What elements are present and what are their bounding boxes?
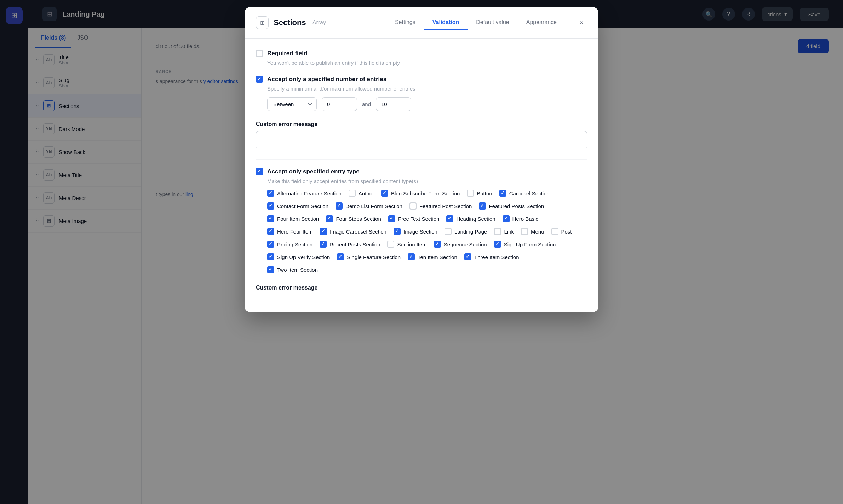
range-type-select[interactable]: Between At least At most Exactly	[267, 97, 317, 111]
type-checkbox[interactable]	[267, 202, 274, 210]
accept-entry-type-checkbox[interactable]	[256, 168, 263, 175]
tab-validation[interactable]: Validation	[424, 16, 468, 30]
list-item: Menu	[521, 228, 544, 235]
type-checkbox[interactable]	[479, 202, 486, 210]
type-checkbox[interactable]	[267, 215, 274, 222]
custom-error-input[interactable]	[256, 131, 587, 149]
accept-entry-type-section: Accept only specified entry type Make th…	[256, 168, 587, 276]
type-checkbox[interactable]	[446, 215, 453, 222]
list-item: Heading Section	[446, 215, 495, 222]
types-row-1: Alternating Feature Section Author Blog …	[267, 190, 587, 200]
list-item: Ten Item Section	[408, 253, 457, 260]
modal-subtitle: Array	[312, 19, 326, 26]
max-value-input[interactable]	[376, 97, 411, 111]
accept-entry-type-label: Accept only specified entry type	[267, 168, 360, 175]
type-label: Sign Up Verify Section	[277, 254, 330, 260]
type-label: Alternating Feature Section	[277, 190, 342, 196]
type-checkbox[interactable]	[349, 190, 356, 197]
type-checkbox[interactable]	[267, 241, 274, 248]
accept-entries-row: Accept only a specified number of entrie…	[256, 76, 587, 83]
list-item: Featured Posts Section	[479, 202, 544, 210]
type-checkbox[interactable]	[267, 228, 274, 235]
type-checkbox[interactable]	[336, 202, 343, 210]
types-row-7: Two Item Section	[267, 266, 587, 276]
types-row-5: Pricing Section Recent Posts Section Sec…	[267, 241, 587, 251]
list-item: Two Item Section	[267, 266, 318, 273]
list-item: Single Feature Section	[337, 253, 401, 260]
close-icon[interactable]: ×	[576, 17, 587, 28]
type-checkbox[interactable]	[467, 190, 474, 197]
list-item: Sign Up Verify Section	[267, 253, 330, 260]
list-item: Link	[494, 228, 514, 235]
type-label: Link	[504, 229, 514, 235]
type-checkbox[interactable]	[267, 190, 274, 197]
types-row-3: Four Item Section Four Steps Section Fre…	[267, 215, 587, 225]
type-checkbox[interactable]	[494, 228, 501, 235]
type-checkbox[interactable]	[381, 190, 388, 197]
list-item: Four Steps Section	[326, 215, 381, 222]
required-field-section: Required field You won't be able to publ…	[256, 50, 587, 66]
accept-entries-section: Accept only a specified number of entrie…	[256, 76, 587, 111]
type-checkbox[interactable]	[551, 228, 558, 235]
type-checkbox[interactable]	[445, 228, 452, 235]
type-checkbox[interactable]	[388, 215, 395, 222]
types-row-4: Hero Four Item Image Carousel Section Im…	[267, 228, 587, 238]
type-label: Featured Post Section	[419, 203, 472, 209]
types-row-2: Contact Form Section Demo List Form Sect…	[267, 202, 587, 212]
list-item: Four Item Section	[267, 215, 319, 222]
tab-appearance[interactable]: Appearance	[518, 16, 565, 30]
modal-body: Required field You won't be able to publ…	[245, 39, 598, 312]
custom-error-label: Custom error message	[256, 121, 587, 127]
list-item: Blog Subscribe Form Section	[381, 190, 460, 197]
min-value-input[interactable]	[322, 97, 357, 111]
accept-entries-checkbox[interactable]	[256, 76, 263, 83]
type-label: Demo List Form Section	[345, 203, 402, 209]
type-checkbox[interactable]	[408, 253, 415, 260]
type-checkbox[interactable]	[434, 241, 441, 248]
types-rows: Alternating Feature Section Author Blog …	[267, 190, 587, 276]
type-label: Hero Basic	[512, 216, 538, 222]
custom-error-section-2: Custom error message	[256, 285, 587, 291]
tab-default-value[interactable]: Default value	[468, 16, 517, 30]
tab-settings[interactable]: Settings	[386, 16, 424, 30]
type-checkbox[interactable]	[503, 215, 510, 222]
type-checkbox[interactable]	[409, 202, 417, 210]
types-row-6: Sign Up Verify Section Single Feature Se…	[267, 253, 587, 263]
required-field-row: Required field	[256, 50, 587, 57]
type-checkbox[interactable]	[337, 253, 344, 260]
list-item: Demo List Form Section	[336, 202, 402, 210]
type-checkbox[interactable]	[499, 190, 506, 197]
list-item: Button	[467, 190, 492, 197]
type-checkbox[interactable]	[320, 241, 327, 248]
type-label: Blog Subscribe Form Section	[391, 190, 460, 196]
modal-title: Sections	[274, 18, 306, 27]
type-checkbox[interactable]	[494, 241, 501, 248]
type-checkbox[interactable]	[320, 228, 327, 235]
type-label: Carousel Section	[509, 190, 550, 196]
type-label: Author	[359, 190, 374, 196]
list-item: Carousel Section	[499, 190, 550, 197]
required-field-desc: You won't be able to publish an entry if…	[267, 60, 587, 66]
type-checkbox[interactable]	[267, 253, 274, 260]
custom-error-section: Custom error message	[256, 121, 587, 149]
type-checkbox[interactable]	[387, 241, 394, 248]
type-label: Button	[477, 190, 492, 196]
list-item: Hero Four Item	[267, 228, 313, 235]
accept-entry-type-desc: Make this field only accept entries from…	[267, 178, 587, 184]
list-item: Image Carousel Section	[320, 228, 386, 235]
list-item: Contact Form Section	[267, 202, 328, 210]
type-checkbox[interactable]	[464, 253, 471, 260]
type-checkbox[interactable]	[521, 228, 528, 235]
list-item: Three Item Section	[464, 253, 519, 260]
type-checkbox[interactable]	[267, 266, 274, 273]
list-item: Alternating Feature Section	[267, 190, 342, 197]
required-field-checkbox[interactable]	[256, 50, 263, 57]
divider	[256, 159, 587, 160]
type-checkbox[interactable]	[394, 228, 401, 235]
list-item: Pricing Section	[267, 241, 312, 248]
modal-tabs: Settings Validation Default value Appear…	[386, 16, 565, 30]
type-checkbox[interactable]	[326, 215, 333, 222]
type-label: Sequence Section	[444, 241, 487, 247]
list-item: Sequence Section	[434, 241, 487, 248]
accept-entries-desc: Specify a minimum and/or maximum allowed…	[267, 86, 587, 92]
